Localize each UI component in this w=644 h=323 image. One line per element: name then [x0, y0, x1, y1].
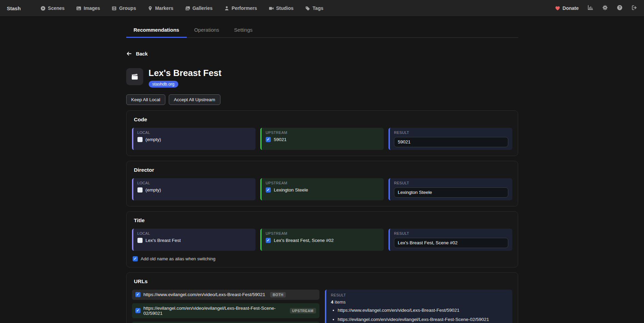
- code-local-checkbox[interactable]: [137, 137, 143, 142]
- nav-label: Groups: [119, 5, 136, 11]
- upstream-label: UPSTREAM: [266, 130, 380, 135]
- nav-item-images[interactable]: Images: [76, 5, 100, 11]
- url-text: https://www.evilangel.com/en/video/Lexs-…: [144, 292, 265, 297]
- arrow-left-icon: [126, 51, 132, 57]
- page-content: Recommendations Operations Settings Back…: [126, 23, 518, 323]
- alias-label: Add old name as alias when switching: [141, 256, 216, 261]
- section-heading: URLs: [134, 278, 512, 284]
- director-local-checkbox[interactable]: [137, 187, 143, 193]
- nav-item-scenes[interactable]: Scenes: [40, 5, 65, 11]
- result-label: RESULT: [394, 181, 508, 185]
- donate-button[interactable]: Donate: [555, 5, 579, 11]
- bar-chart-icon: [588, 5, 593, 12]
- director-local-value: (empty): [146, 187, 161, 193]
- logout-button[interactable]: [631, 5, 637, 12]
- section-heading: Director: [134, 167, 512, 173]
- director-upstream-box: UPSTREAM Lexington Steele: [260, 178, 384, 200]
- user-icon: [224, 6, 229, 11]
- nav-item-performers[interactable]: Performers: [224, 5, 257, 11]
- nav-item-groups[interactable]: Groups: [112, 5, 136, 11]
- title-local-checkbox[interactable]: [137, 238, 143, 243]
- local-label: LOCAL: [137, 231, 251, 235]
- director-upstream-checkbox[interactable]: [266, 187, 271, 193]
- code-upstream-checkbox[interactable]: [266, 137, 271, 142]
- source-badge[interactable]: stashdb.org: [149, 81, 178, 88]
- upstream-label: UPSTREAM: [266, 231, 380, 235]
- title-result-box: RESULT: [389, 229, 512, 251]
- nav-label: Performers: [232, 5, 257, 11]
- tab-settings[interactable]: Settings: [227, 23, 260, 38]
- nav-items: Scenes Images Groups Markers Galleries: [40, 5, 324, 11]
- question-circle-icon: ?: [617, 5, 623, 12]
- nav-item-markers[interactable]: Markers: [148, 5, 174, 11]
- code-upstream-value: 59021: [274, 137, 287, 142]
- back-label: Back: [136, 51, 148, 57]
- nav-label: Markers: [155, 5, 174, 11]
- url-checkbox[interactable]: [135, 308, 141, 313]
- top-navbar: Stash Scenes Images Groups Markers: [0, 0, 644, 16]
- result-url-item: https://evilangel.com/en/video/evilangel…: [338, 317, 508, 323]
- tab-operations[interactable]: Operations: [187, 23, 227, 38]
- images-icon: [185, 6, 190, 11]
- image-icon: [76, 6, 81, 11]
- settings-button[interactable]: [602, 5, 608, 12]
- help-button[interactable]: ?: [617, 5, 623, 12]
- nav-item-studios[interactable]: Studios: [269, 5, 294, 11]
- title-result-input[interactable]: [394, 238, 508, 248]
- nav-item-tags[interactable]: Tags: [305, 5, 324, 11]
- map-marker-icon: [148, 6, 153, 11]
- result-count-number: 4: [331, 299, 334, 305]
- title-upstream-box: UPSTREAM Lex's Breast Fest, Scene #02: [260, 229, 384, 251]
- donate-label: Donate: [563, 5, 579, 11]
- director-result-input[interactable]: [394, 187, 508, 198]
- back-button[interactable]: Back: [126, 51, 148, 57]
- title-local-box: LOCAL Lex's Breast Fest: [132, 229, 255, 251]
- alias-option: Add old name as alias when switching: [133, 256, 512, 261]
- stats-button[interactable]: [588, 5, 593, 12]
- nav-item-galleries[interactable]: Galleries: [185, 5, 213, 11]
- result-count: 4 items: [331, 299, 508, 305]
- clapperboard-icon: [126, 68, 143, 85]
- page-title: Lex's Breast Fest: [149, 68, 221, 78]
- tab-recommendations[interactable]: Recommendations: [126, 23, 187, 38]
- nav-label: Galleries: [193, 5, 213, 11]
- code-upstream-box: UPSTREAM 59021: [260, 128, 384, 150]
- accept-all-upstream-button[interactable]: Accept All Upstream: [169, 94, 220, 105]
- url-source-badge: UPSTREAM: [290, 308, 316, 313]
- url-text: https://evilangel.com/en/video/evilangel…: [144, 306, 285, 316]
- nav-label: Tags: [313, 5, 324, 11]
- bulk-actions: Keep All Local Accept All Upstream: [126, 94, 518, 105]
- result-url-list: https://www.evilangel.com/en/video/Lexs-…: [338, 307, 508, 323]
- film-icon: [112, 6, 117, 11]
- sign-out-icon: [631, 5, 637, 12]
- nav-label: Studios: [276, 5, 294, 11]
- tag-icon: [305, 6, 310, 11]
- code-local-box: LOCAL (empty): [132, 128, 255, 150]
- director-result-box: RESULT: [389, 178, 512, 200]
- urls-result-panel: RESULT 4 items https://www.evilangel.com…: [325, 290, 512, 323]
- result-url-item: https://www.evilangel.com/en/video/Lexs-…: [338, 307, 508, 313]
- result-label: RESULT: [331, 293, 508, 297]
- director-upstream-value: Lexington Steele: [274, 187, 308, 193]
- heart-icon: [555, 5, 560, 11]
- result-count-suffix: items: [333, 299, 346, 305]
- url-row: https://www.data18.com/scenes/366076 UPS…: [132, 322, 319, 323]
- alias-checkbox[interactable]: [133, 256, 138, 261]
- url-source-badge: BOTH: [270, 292, 286, 297]
- section-title: Title LOCAL Lex's Breast Fest UPSTREAM L…: [126, 211, 518, 267]
- title-upstream-value: Lex's Breast Fest, Scene #02: [274, 238, 334, 243]
- upstream-label: UPSTREAM: [266, 181, 380, 185]
- video-camera-icon: [269, 6, 274, 11]
- section-heading: Code: [134, 117, 512, 123]
- nav-label: Scenes: [48, 5, 65, 11]
- tab-bar: Recommendations Operations Settings: [126, 23, 518, 38]
- local-label: LOCAL: [137, 130, 251, 135]
- code-result-input[interactable]: [394, 137, 508, 147]
- url-checkbox[interactable]: [135, 292, 141, 297]
- section-heading: Title: [134, 217, 512, 224]
- play-circle-icon: [40, 6, 46, 11]
- keep-all-local-button[interactable]: Keep All Local: [126, 94, 166, 105]
- brand-stash[interactable]: Stash: [7, 5, 21, 11]
- section-director: Director LOCAL (empty) UPSTREAM Lexingto…: [126, 161, 518, 206]
- title-upstream-checkbox[interactable]: [266, 238, 271, 243]
